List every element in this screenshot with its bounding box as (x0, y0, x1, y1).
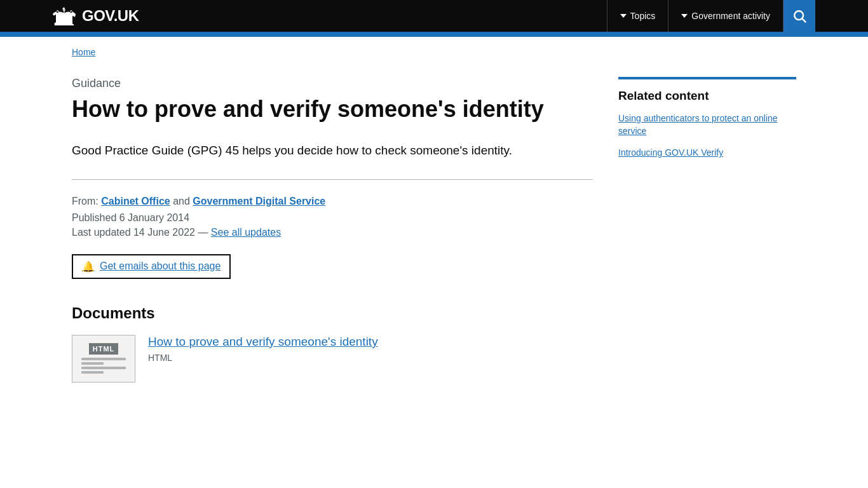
site-header: GOV.UK Topics Government activity (0, 0, 868, 32)
main-content: Guidance How to prove and verify someone… (72, 77, 593, 383)
metadata-section: From: Cabinet Office and Government Digi… (72, 196, 593, 238)
from-and: and (173, 196, 190, 207)
bell-icon: 🔔 (82, 261, 95, 273)
header-nav: Topics Government activity (607, 0, 815, 32)
topics-nav-item[interactable]: Topics (607, 0, 669, 32)
svg-line-1 (802, 18, 806, 22)
page-title: How to prove and verify someone's identi… (72, 95, 593, 123)
gov-activity-chevron-icon (681, 14, 688, 18)
gov-activity-label: Government activity (691, 11, 770, 21)
related-link-2[interactable]: Introducing GOV.UK Verify (618, 147, 796, 159)
svg-point-0 (794, 11, 803, 20)
metadata-published: Published 6 January 2014 (72, 212, 593, 224)
breadcrumb: Home (72, 37, 796, 64)
doc-line (81, 362, 104, 365)
published-date: 6 January 2014 (119, 212, 189, 223)
doc-line (81, 358, 126, 360)
page-description: Good Practice Guide (GPG) 45 helps you d… (72, 142, 593, 160)
document-thumbnail: HTML (72, 335, 135, 383)
doc-line (81, 367, 126, 369)
topics-chevron-icon (620, 14, 627, 18)
sidebar: Related content Using authenticators to … (618, 77, 796, 383)
published-label: Published (72, 212, 119, 223)
gov-uk-logo[interactable]: GOV.UK (53, 6, 139, 26)
document-type: HTML (148, 353, 172, 363)
metadata-updated: Last updated 14 June 2022 — See all upda… (72, 227, 593, 238)
html-badge: HTML (89, 343, 119, 355)
doc-lines (81, 358, 126, 374)
updated-label: Last updated (72, 227, 133, 238)
government-activity-nav-item[interactable]: Government activity (668, 0, 783, 32)
see-all-updates-link[interactable]: See all updates (211, 227, 281, 238)
document-item: HTML How to prove and verify someone's i… (72, 335, 593, 383)
documents-title: Documents (72, 304, 593, 322)
search-icon (792, 9, 806, 23)
related-content-section: Related content Using authenticators to … (618, 77, 796, 159)
from-label: From: (72, 196, 101, 207)
metadata-from: From: Cabinet Office and Government Digi… (72, 196, 593, 207)
document-info: How to prove and verify someone's identi… (148, 335, 593, 363)
breadcrumb-home-link[interactable]: Home (72, 47, 95, 57)
crown-icon (53, 6, 76, 26)
updated-date: 14 June 2022 (133, 227, 198, 238)
document-link[interactable]: How to prove and verify someone's identi… (148, 335, 593, 349)
blue-bar (0, 32, 868, 37)
guidance-type-label: Guidance (72, 77, 593, 90)
related-link-1[interactable]: Using authenticators to protect an onlin… (618, 112, 796, 137)
gds-link[interactable]: Government Digital Service (193, 196, 325, 207)
updated-separator: — (198, 227, 210, 238)
email-notifications-button[interactable]: 🔔 Get emails about this page (72, 254, 231, 279)
email-button-label: Get emails about this page (100, 261, 220, 272)
content-divider (72, 179, 593, 180)
topics-label: Topics (630, 11, 656, 21)
related-content-title: Related content (618, 89, 796, 103)
doc-line (81, 371, 104, 374)
logo-text: GOV.UK (82, 7, 139, 25)
search-button[interactable] (783, 0, 815, 32)
cabinet-office-link[interactable]: Cabinet Office (101, 196, 170, 207)
documents-section: Documents HTML How to prove and verify s… (72, 304, 593, 383)
